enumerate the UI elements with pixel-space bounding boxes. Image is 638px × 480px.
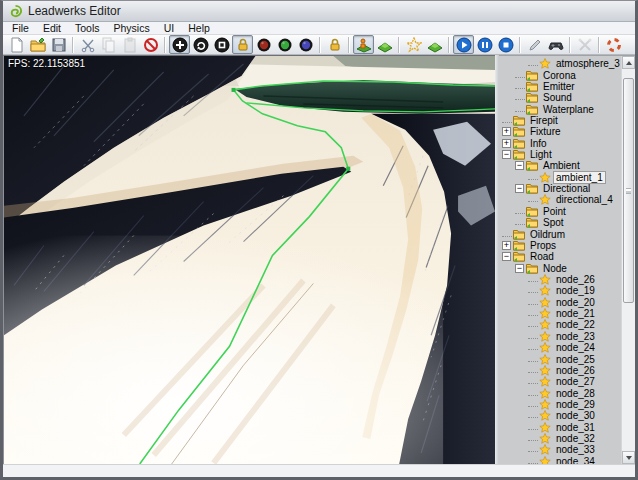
move-button[interactable] bbox=[169, 35, 190, 54]
menu-physics[interactable]: Physics bbox=[107, 22, 157, 34]
scroll-down-button[interactable] bbox=[622, 451, 635, 464]
tree-item-corona[interactable]: Corona bbox=[515, 69, 621, 80]
folder-icon bbox=[526, 104, 538, 115]
tree-item-node_22[interactable]: node_22 bbox=[528, 319, 621, 330]
tree-item-node_28[interactable]: node_28 bbox=[528, 387, 621, 398]
star-icon bbox=[539, 399, 551, 410]
tree-item-node_23[interactable]: node_23 bbox=[528, 331, 621, 342]
tree-item-node_29[interactable]: node_29 bbox=[528, 399, 621, 410]
tree-item-atmosphere_3[interactable]: atmosphere_3 bbox=[528, 58, 621, 69]
new-file-button[interactable] bbox=[6, 35, 27, 54]
tree-item-ambient_1[interactable]: ambient_1 bbox=[528, 172, 621, 183]
help-button[interactable] bbox=[603, 35, 624, 54]
expand-icon[interactable]: + bbox=[502, 241, 511, 250]
pause-button[interactable] bbox=[474, 35, 495, 54]
title-bar[interactable]: Leadwerks Editor bbox=[3, 1, 635, 22]
tree-item-fixture[interactable]: +Fixture bbox=[502, 126, 621, 137]
tree-item-label: Point bbox=[541, 206, 568, 217]
stop-button[interactable] bbox=[495, 35, 516, 54]
tree-item-firepit[interactable]: Firepit bbox=[502, 115, 621, 126]
script-editor-button[interactable] bbox=[524, 35, 545, 54]
tree-item-props[interactable]: +Props bbox=[502, 240, 621, 251]
tree-item-label: node_19 bbox=[554, 285, 597, 296]
paste-button[interactable] bbox=[119, 35, 140, 54]
vegetation-mode-button[interactable] bbox=[424, 35, 445, 54]
tree-item-node_19[interactable]: node_19 bbox=[528, 285, 621, 296]
star-icon bbox=[539, 410, 551, 421]
tree-item-label: node_30 bbox=[554, 410, 597, 421]
star-icon bbox=[539, 433, 551, 444]
copy-button[interactable] bbox=[98, 35, 119, 54]
folder-icon bbox=[526, 81, 538, 92]
tree-item-light[interactable]: −Light bbox=[502, 149, 621, 160]
tree-item-label: node_27 bbox=[554, 376, 597, 387]
scroll-thumb[interactable] bbox=[623, 78, 634, 303]
tree-item-node_26[interactable]: node_26 bbox=[528, 365, 621, 376]
tree-item-point[interactable]: Point bbox=[515, 206, 621, 217]
game-mode-button[interactable] bbox=[545, 35, 566, 54]
lock-button[interactable] bbox=[324, 35, 345, 54]
lock-axes-button[interactable] bbox=[232, 35, 253, 54]
tree-item-node_20[interactable]: node_20 bbox=[528, 297, 621, 308]
rotate-button[interactable] bbox=[190, 35, 211, 54]
tree-item-node_21[interactable]: node_21 bbox=[528, 308, 621, 319]
rotate-icon bbox=[193, 37, 209, 53]
tree-item-node_26[interactable]: node_26 bbox=[528, 274, 621, 285]
delete-button[interactable] bbox=[140, 35, 161, 54]
tree-item-label: directional_4 bbox=[554, 194, 615, 205]
tree-item-node_25[interactable]: node_25 bbox=[528, 353, 621, 364]
tree-item-node_32[interactable]: node_32 bbox=[528, 433, 621, 444]
collapse-icon[interactable]: − bbox=[502, 252, 511, 261]
menu-help[interactable]: Help bbox=[181, 22, 217, 34]
tree-item-waterplane[interactable]: Waterplane bbox=[515, 103, 621, 114]
tools-button[interactable] bbox=[574, 35, 595, 54]
folder-icon bbox=[526, 92, 538, 103]
terrain-mode-button[interactable] bbox=[374, 35, 395, 54]
scroll-up-button[interactable] bbox=[622, 56, 635, 69]
tree-item-node_24[interactable]: node_24 bbox=[528, 342, 621, 353]
tree-item-label: Node bbox=[541, 263, 569, 274]
tree-item-sound[interactable]: Sound bbox=[515, 92, 621, 103]
axis-y-button[interactable] bbox=[274, 35, 295, 54]
menu-ui[interactable]: UI bbox=[157, 22, 182, 34]
tree-item-node_30[interactable]: node_30 bbox=[528, 410, 621, 421]
axis-x-button[interactable] bbox=[253, 35, 274, 54]
arrow-down-icon bbox=[626, 456, 632, 460]
cut-button[interactable] bbox=[77, 35, 98, 54]
save-file-button[interactable] bbox=[48, 35, 69, 54]
objects-mode-button[interactable] bbox=[353, 35, 374, 54]
tree-item-label: Road bbox=[528, 251, 556, 262]
tree-item-directional_4[interactable]: directional_4 bbox=[528, 194, 621, 205]
tree-item-spot[interactable]: Spot bbox=[515, 217, 621, 228]
open-file-button[interactable] bbox=[27, 35, 48, 54]
collapse-icon[interactable]: − bbox=[502, 150, 511, 159]
tree-item-node_34[interactable]: node_34 bbox=[528, 456, 621, 464]
folder-icon bbox=[526, 206, 538, 217]
axis-z-button[interactable] bbox=[295, 35, 316, 54]
menu-tools[interactable]: Tools bbox=[68, 22, 107, 34]
star-icon bbox=[539, 331, 551, 342]
tree-item-road[interactable]: −Road bbox=[502, 251, 621, 262]
tree-scrollbar[interactable] bbox=[621, 56, 635, 464]
tree-item-emitter[interactable]: Emitter bbox=[515, 81, 621, 92]
collapse-icon[interactable]: − bbox=[515, 264, 524, 273]
tree-item-node_27[interactable]: node_27 bbox=[528, 376, 621, 387]
star-tool-button[interactable] bbox=[403, 35, 424, 54]
tree-item-node_33[interactable]: node_33 bbox=[528, 444, 621, 455]
tree-item-directional[interactable]: −Directional bbox=[515, 183, 621, 194]
tree-item-info[interactable]: +Info bbox=[502, 138, 621, 149]
collapse-icon[interactable]: − bbox=[515, 161, 524, 170]
viewport-3d[interactable]: FPS: 22.1153851 bbox=[3, 55, 495, 464]
tree-item-node[interactable]: −Node bbox=[515, 262, 621, 273]
expand-icon[interactable]: + bbox=[502, 127, 511, 136]
collapse-icon[interactable]: − bbox=[515, 184, 524, 193]
menu-file[interactable]: File bbox=[5, 22, 36, 34]
tree-item-oildrum[interactable]: Oildrum bbox=[502, 228, 621, 239]
scale-button[interactable] bbox=[211, 35, 232, 54]
tree-item-node_31[interactable]: node_31 bbox=[528, 422, 621, 433]
tree-item-ambient[interactable]: −Ambient bbox=[515, 160, 621, 171]
expand-icon[interactable]: + bbox=[502, 139, 511, 148]
play-button[interactable] bbox=[453, 35, 474, 54]
menu-edit[interactable]: Edit bbox=[36, 22, 68, 34]
tree-connector bbox=[502, 232, 512, 237]
